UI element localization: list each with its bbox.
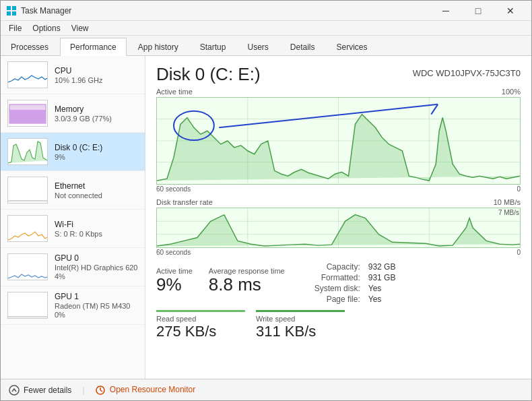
disk-detail: 9%: [55, 153, 138, 161]
tab-performance[interactable]: Performance: [60, 38, 127, 56]
read-speed-value: 275 KB/s: [156, 323, 245, 340]
window-title: Task Manager: [21, 6, 430, 16]
bottom-stats: Active time 9% Average response time 8.8…: [156, 261, 521, 305]
task-manager-window: Task Manager ─ □ ✕ File Options View Pro…: [0, 0, 532, 401]
sidebar-item-cpu[interactable]: CPU 10% 1.96 GHz: [1, 56, 145, 94]
write-speed-label: Write speed: [256, 315, 345, 323]
svg-point-22: [9, 385, 19, 395]
active-time-chart: [156, 97, 521, 185]
disk-model: WDC WD10JPVX-75JC3T0: [413, 68, 521, 78]
formatted-row: Formatted: 931 GB: [312, 272, 399, 283]
ethernet-name: Ethernet: [55, 181, 138, 191]
formatted-value: 931 GB: [366, 272, 399, 283]
capacity-row: Capacity: 932 GB: [312, 261, 399, 272]
transfer-time-labels: 60 seconds 0: [156, 249, 521, 256]
cpu-thumbnail: [7, 61, 48, 88]
sidebar-item-disk[interactable]: Disk 0 (C: E:) 9%: [1, 133, 145, 171]
transfer-rate-label-row: Disk transfer rate 10 MB/s: [156, 198, 521, 206]
memory-info: Memory 3.0/3.9 GB (77%): [55, 104, 138, 123]
transfer-time-left: 60 seconds: [156, 249, 191, 256]
bottom-bar: Fewer details | Open Resource Monitor: [1, 379, 531, 400]
write-speed-value: 311 KB/s: [256, 323, 345, 340]
disk-title-text: Disk 0 (C: E:): [156, 64, 261, 85]
menu-file[interactable]: File: [3, 22, 27, 34]
svg-rect-5: [9, 110, 46, 123]
title-bar: Task Manager ─ □ ✕: [1, 1, 531, 21]
system-disk-label: System disk:: [312, 283, 366, 294]
menu-view[interactable]: View: [66, 22, 94, 34]
sidebar-item-wifi[interactable]: Wi-Fi S: 0 R: 0 Kbps: [1, 210, 145, 248]
maximize-button[interactable]: □: [463, 1, 494, 21]
gpu1-detail2: 0%: [55, 311, 138, 319]
separator: |: [82, 385, 84, 395]
active-time-stat: Active time 9%: [156, 267, 193, 295]
tab-startup[interactable]: Startup: [190, 38, 236, 56]
gpu0-info: GPU 0 Intel(R) HD Graphics 620 4%: [55, 253, 138, 280]
capacity-table: Capacity: 932 GB Formatted: 931 GB Syste…: [312, 261, 399, 305]
read-speed-block: Read speed 275 KB/s: [156, 310, 245, 340]
menu-bar: File Options View: [1, 21, 531, 36]
write-speed-block: Write speed 311 KB/s: [256, 310, 345, 340]
active-time-chart-section: Active time 100%: [156, 88, 521, 193]
speed-row: Read speed 275 KB/s Write speed 311 KB/s: [156, 310, 345, 340]
read-speed-label: Read speed: [156, 315, 245, 323]
wifi-name: Wi-Fi: [55, 220, 138, 229]
monitor-icon: [96, 385, 105, 395]
gpu1-info: GPU 1 Radeon (TM) R5 M430 0%: [55, 292, 138, 319]
menu-options[interactable]: Options: [27, 22, 65, 34]
active-time-label: Active time: [156, 88, 193, 96]
window-controls: ─ □ ✕: [430, 1, 526, 21]
transfer-rate-max: 10 MB/s: [494, 198, 521, 206]
fewer-details-icon: [9, 385, 20, 396]
transfer-rate-chart: [156, 208, 521, 248]
tabs-bar: Processes Performance App history Startu…: [1, 36, 531, 56]
disk-header: Disk 0 (C: E:) WDC WD10JPVX-75JC3T0: [156, 64, 521, 85]
sidebar-item-ethernet[interactable]: Ethernet Not connected: [1, 171, 145, 210]
sidebar-item-gpu0[interactable]: GPU 0 Intel(R) HD Graphics 620 4%: [1, 248, 145, 286]
tab-app-history[interactable]: App history: [128, 38, 189, 56]
right-stats-table: Capacity: 932 GB Formatted: 931 GB Syste…: [312, 261, 399, 305]
formatted-label: Formatted:: [312, 272, 366, 283]
fewer-details-button[interactable]: Fewer details: [9, 385, 71, 396]
transfer-rate-label: Disk transfer rate: [156, 198, 213, 206]
minimize-button[interactable]: ─: [430, 1, 461, 21]
cpu-name: CPU: [55, 66, 138, 75]
gpu0-detail2: 4%: [55, 272, 138, 280]
avg-response-value: 8.8 ms: [209, 275, 285, 295]
memory-thumbnail: [7, 100, 48, 127]
ethernet-thumbnail: [7, 177, 48, 204]
gpu1-thumbnail: [7, 292, 48, 319]
active-time-time-labels: 60 seconds 0: [156, 185, 521, 193]
ethernet-info: Ethernet Not connected: [55, 181, 138, 199]
gpu0-name: GPU 0: [55, 253, 138, 263]
svg-rect-1: [12, 6, 16, 10]
wifi-detail: S: 0 R: 0 Kbps: [55, 230, 138, 238]
resource-monitor-icon: [96, 385, 107, 394]
sidebar-item-memory[interactable]: Memory 3.0/3.9 GB (77%): [1, 94, 145, 133]
tab-processes[interactable]: Processes: [1, 38, 59, 56]
wifi-thumbnail: [7, 215, 48, 242]
system-disk-value: Yes: [366, 283, 399, 294]
tab-services[interactable]: Services: [327, 38, 378, 56]
tab-details[interactable]: Details: [280, 38, 325, 56]
avg-response-stat: Average response time 8.8 ms: [209, 267, 285, 295]
close-button[interactable]: ✕: [495, 1, 526, 21]
tab-users[interactable]: Users: [237, 38, 278, 56]
cpu-info: CPU 10% 1.96 GHz: [55, 66, 138, 84]
open-resource-monitor-link[interactable]: Open Resource Monitor: [96, 385, 196, 395]
memory-name: Memory: [55, 104, 138, 114]
sidebar-item-gpu1[interactable]: GPU 1 Radeon (TM) R5 M430 0%: [1, 286, 145, 325]
gpu0-thumbnail: [7, 253, 48, 280]
svg-rect-0: [7, 6, 11, 10]
transfer-max-right: 7 MB/s: [498, 209, 519, 216]
capacity-label: Capacity:: [312, 261, 366, 272]
window-icon: [6, 5, 17, 16]
wifi-info: Wi-Fi S: 0 R: 0 Kbps: [55, 220, 138, 238]
detail-panel: Disk 0 (C: E:) WDC WD10JPVX-75JC3T0 Acti…: [145, 56, 531, 379]
time-label-left: 60 seconds: [156, 185, 191, 193]
svg-line-25: [100, 390, 102, 392]
ethernet-detail: Not connected: [55, 191, 138, 199]
disk-name: Disk 0 (C: E:): [55, 143, 138, 152]
disk-title: Disk 0 (C: E:): [156, 64, 261, 85]
transfer-time-right: 0: [517, 249, 521, 256]
